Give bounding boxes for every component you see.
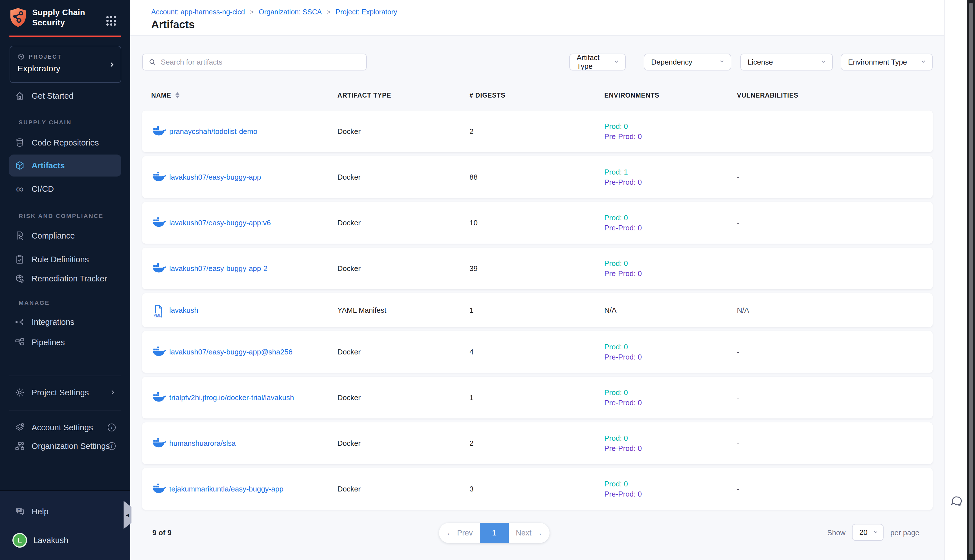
- artifact-name-link[interactable]: lavakush: [169, 306, 198, 315]
- artifact-name-link[interactable]: lavakush07/easy-buggy-app: [169, 173, 261, 182]
- page-1-button[interactable]: 1: [480, 523, 509, 543]
- chevron-down-icon: [820, 58, 826, 67]
- vulnerabilities-cell: N/A: [737, 306, 749, 315]
- artifact-type-cell: Docker: [337, 485, 361, 493]
- docker-icon: [152, 263, 167, 274]
- chevron-down-icon: [873, 528, 878, 537]
- table-row[interactable]: lavakush07/easy-buggy-app-2 Docker 39 Pr…: [142, 248, 933, 289]
- vulnerabilities-cell: -: [737, 218, 740, 227]
- prod-env-link[interactable]: Prod: 0: [604, 479, 642, 489]
- prod-env-link[interactable]: Prod: 0: [604, 342, 642, 352]
- breadcrumb-account-link[interactable]: Account: app-harness-ng-cicd: [151, 8, 245, 16]
- sidebar-item-code-repositories[interactable]: </> Code Repositories: [9, 132, 121, 154]
- document-search-icon: [14, 231, 25, 241]
- prod-env-link[interactable]: Prod: 1: [604, 167, 642, 177]
- table-row[interactable]: trialpfv2hi.jfrog.io/docker-trial/lavaku…: [142, 377, 933, 418]
- digests-cell: 1: [469, 393, 473, 402]
- svg-text:</>: </>: [18, 142, 22, 145]
- project-selector[interactable]: PROJECT Exploratory: [10, 46, 121, 83]
- table-row[interactable]: lavakush07/easy-buggy-app:v6 Docker 10 P…: [142, 202, 933, 243]
- preprod-env-link[interactable]: Pre-Prod: 0: [604, 489, 642, 499]
- page-size-select[interactable]: 20: [852, 524, 883, 541]
- docker-icon: [152, 392, 167, 403]
- digests-cell: 2: [469, 127, 473, 136]
- preprod-env-link[interactable]: Pre-Prod: 0: [604, 177, 642, 187]
- breadcrumb-separator: >: [327, 8, 331, 16]
- prod-env-link[interactable]: Prod: 0: [604, 387, 642, 398]
- artifact-name-link[interactable]: lavakush07/easy-buggy-app@sha256: [169, 348, 292, 357]
- artifact-name-link[interactable]: humanshuarora/slsa: [169, 439, 236, 448]
- column-header-name[interactable]: NAME: [151, 92, 180, 99]
- prod-env-link[interactable]: Prod: 0: [604, 433, 642, 443]
- gear-icon: [14, 387, 25, 398]
- info-icon[interactable]: i: [108, 442, 116, 450]
- chat-support-icon[interactable]: [950, 495, 963, 510]
- app-title: Supply ChainSecurity: [32, 7, 85, 28]
- sidebar-item-artifacts[interactable]: Artifacts: [9, 155, 121, 177]
- search-input[interactable]: [161, 58, 353, 67]
- artifact-name-link[interactable]: lavakush07/easy-buggy-app:v6: [169, 218, 271, 227]
- sidebar-item-project-settings[interactable]: Project Settings: [9, 381, 121, 404]
- docker-icon: [152, 217, 167, 229]
- search-box[interactable]: [142, 53, 367, 70]
- prev-page-button[interactable]: ← Prev: [439, 523, 480, 543]
- table-row[interactable]: tejakummarikuntla/easy-buggy-app Docker …: [142, 468, 933, 510]
- sidebar-item-help[interactable]: ? Help: [9, 500, 121, 523]
- breadcrumb-organization-link[interactable]: Organization: SSCA: [259, 8, 322, 16]
- table-row[interactable]: YML lavakush YAML Manifest 1 N/A N/A: [142, 293, 933, 327]
- preprod-env-link[interactable]: Pre-Prod: 0: [604, 398, 642, 408]
- artifact-type-cell: Docker: [337, 173, 361, 182]
- preprod-env-link[interactable]: Pre-Prod: 0: [604, 223, 642, 233]
- vulnerabilities-cell: -: [737, 348, 740, 357]
- breadcrumb-project-link[interactable]: Project: Exploratory: [336, 8, 397, 16]
- environments-cell: Prod: 0 Pre-Prod: 0: [604, 121, 642, 142]
- scrollbar-thumb[interactable]: [969, 3, 973, 554]
- sidebar-item-remediation-tracker[interactable]: Remediation Tracker: [9, 267, 121, 290]
- vulnerabilities-cell: -: [737, 127, 740, 136]
- preprod-env-link[interactable]: Pre-Prod: 0: [604, 132, 642, 142]
- artifact-type-cell: Docker: [337, 348, 361, 357]
- sidebar-item-get-started[interactable]: Get Started: [9, 85, 121, 107]
- filter-license[interactable]: License: [740, 53, 833, 70]
- table-row[interactable]: pranaycshah/todolist-demo Docker 2 Prod:…: [142, 110, 933, 152]
- preprod-env-link[interactable]: Pre-Prod: 0: [604, 443, 642, 453]
- sidebar-item-cicd[interactable]: ∞ CI/CD: [9, 178, 121, 200]
- next-page-button[interactable]: Next →: [509, 523, 549, 543]
- docker-icon: [152, 437, 167, 449]
- filter-dependency[interactable]: Dependency: [644, 53, 731, 70]
- user-menu[interactable]: L Lavakush: [9, 529, 121, 552]
- docker-icon: [152, 483, 167, 495]
- table-row[interactable]: humanshuarora/slsa Docker 2 Prod: 0 Pre-…: [142, 422, 933, 464]
- filter-artifact-type[interactable]: Artifact Type: [569, 53, 626, 70]
- arrow-right-icon: →: [535, 529, 543, 537]
- digests-cell: 10: [469, 218, 477, 227]
- prod-env-link[interactable]: Prod: 0: [604, 258, 642, 268]
- artifact-name-link[interactable]: tejakummarikuntla/easy-buggy-app: [169, 485, 284, 493]
- filter-environment-type[interactable]: Environment Type: [841, 53, 933, 70]
- info-icon[interactable]: i: [108, 423, 116, 432]
- app-switcher-grid-icon[interactable]: [106, 16, 116, 26]
- sidebar-item-compliance[interactable]: Compliance: [9, 225, 121, 247]
- artifact-name-link[interactable]: lavakush07/easy-buggy-app-2: [169, 264, 267, 273]
- environments-cell: N/A: [604, 305, 616, 315]
- preprod-env-link[interactable]: Pre-Prod: 0: [604, 268, 642, 278]
- environments-cell: Prod: 0 Pre-Prod: 0: [604, 213, 642, 233]
- sort-icon[interactable]: [175, 92, 180, 98]
- prod-env-link[interactable]: Prod: 0: [604, 213, 642, 223]
- divider: [9, 376, 121, 376]
- integrations-icon: [14, 317, 25, 327]
- sidebar-item-organization-settings[interactable]: Organization Settings i: [9, 435, 121, 457]
- preprod-env-link[interactable]: Pre-Prod: 0: [604, 352, 642, 362]
- sidebar-item-pipelines[interactable]: Pipelines: [9, 331, 121, 353]
- cube-icon: [17, 53, 25, 60]
- sidebar-item-integrations[interactable]: Integrations: [9, 311, 121, 333]
- page-scrollbar[interactable]: [967, 0, 975, 560]
- table-row[interactable]: lavakush07/easy-buggy-app@sha256 Docker …: [142, 331, 933, 373]
- clipboard-check-icon: [14, 254, 25, 265]
- artifact-name-link[interactable]: pranaycshah/todolist-demo: [169, 127, 257, 136]
- table-row[interactable]: lavakush07/easy-buggy-app Docker 88 Prod…: [142, 156, 933, 198]
- artifact-name-link[interactable]: trialpfv2hi.jfrog.io/docker-trial/lavaku…: [169, 393, 294, 402]
- prod-env-link[interactable]: Prod: 0: [604, 121, 642, 132]
- project-label: PROJECT: [29, 53, 62, 60]
- show-label: Show: [827, 528, 845, 537]
